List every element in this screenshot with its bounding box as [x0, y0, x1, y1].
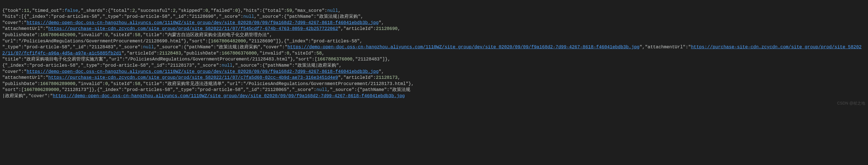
hit1-sort1: 21128483	[358, 57, 379, 62]
shards-successful: 2	[173, 8, 176, 13]
hit2-articleid: 21128173	[376, 75, 398, 80]
hit0-title: 内蒙古自治区政府采购全流程电子化交易管理办法	[167, 32, 267, 37]
hit1-title: 政府采购项目电子化交易管理实施方案	[27, 57, 103, 62]
hit0-score: null	[243, 14, 254, 19]
hits-total: 59	[286, 8, 292, 13]
csdn-watermark: CSDN @杖之地	[837, 101, 865, 106]
hit2-title: 政府采购常见违法违规清单	[167, 81, 222, 86]
hit0-id: 21128690	[192, 14, 214, 19]
hit1-publishdate: 1667806376000	[222, 51, 257, 56]
hit2-cover-link[interactable]: https://demo-open-doc.oss-cn-hangzhou.al…	[27, 69, 378, 74]
hit0-index: prod-articles-58	[54, 14, 97, 19]
hit1-type: prod-article-58	[27, 45, 67, 50]
took-value: 11	[24, 8, 29, 13]
hit3-index: prod-articles-58	[127, 87, 170, 92]
hit2-sort0: 1667806289000	[24, 87, 59, 92]
hit0-type: prod-article-58	[127, 14, 167, 19]
hit1-articleid: 21128483	[159, 51, 181, 56]
hit0-siteid: 58	[135, 32, 141, 37]
hit3-type: prod-article-58	[200, 87, 241, 92]
hit0-attachment-link[interactable]: https://purchase-site-cdn.zcycdn.com/sit…	[48, 26, 338, 31]
hit0-invalid: 0	[105, 32, 108, 37]
hit2-score: null	[222, 63, 232, 68]
hit1-cover-link[interactable]: https://demo-open-doc.oss-cn-hangzhou.al…	[288, 45, 640, 50]
max-score: null	[327, 8, 338, 13]
hit2-attachment-link[interactable]: https://purchase-site-cdn.zcycdn.com/sit…	[48, 75, 338, 80]
hit2-siteid: 58	[135, 81, 141, 86]
timed-out-value: false	[65, 8, 78, 13]
hit1-index: prod-articles-58	[314, 39, 357, 44]
hit0-articleid: 21128690	[376, 26, 398, 31]
hit2-publishdate: 1667806289000	[40, 81, 75, 86]
hit2-pathname: 政策法规|政府采购	[298, 63, 336, 68]
hit1-pathname: 政策法规|政府采购	[219, 45, 258, 50]
hit0-sort0: 1667806482000	[211, 39, 246, 44]
hit0-pathname: 政策法规|政府采购	[319, 14, 358, 19]
hit1-invalid: 0	[286, 51, 289, 56]
hit0-url: /PoliciesAndRegulations/GovernmentProcur…	[21, 39, 181, 44]
hit1-sort0: 1667806376000	[317, 57, 352, 62]
hit0-sort1: 21128690	[251, 39, 273, 44]
hit2-type: prod-article-58	[105, 63, 146, 68]
hit2-id: 21128173	[170, 63, 192, 68]
shards-total: 2	[132, 8, 135, 13]
json-response-view: {"took":11,"timed_out":false,"_shards":{…	[0, 0, 868, 107]
hit2-invalid: 0	[105, 81, 108, 86]
hit3-cover-link[interactable]: https://demo-open-doc.oss-cn-hangzhou.al…	[53, 93, 405, 99]
shards-failed: 0	[235, 8, 238, 13]
hit2-index: prod-articles-58	[32, 63, 75, 68]
hit1-score: null	[143, 45, 154, 50]
hit3-id: 21128065	[265, 87, 286, 92]
shards-skipped: 0	[205, 8, 208, 13]
hit2-url: /PoliciesAndRegulations/GovernmentProcur…	[246, 81, 406, 86]
hit2-sort1: 21128173	[65, 87, 86, 92]
hit3-score: null	[316, 87, 327, 92]
hit0-cover-link[interactable]: https://demo-open-doc.oss-cn-hangzhou.al…	[27, 20, 378, 25]
hit1-siteid: 58	[316, 51, 322, 56]
hit1-id: 21128483	[92, 45, 113, 50]
hit0-publishdate: 1667806482000	[40, 32, 75, 37]
hit1-url: /PoliciesAndRegulations/GovernmentProcur…	[128, 57, 288, 62]
